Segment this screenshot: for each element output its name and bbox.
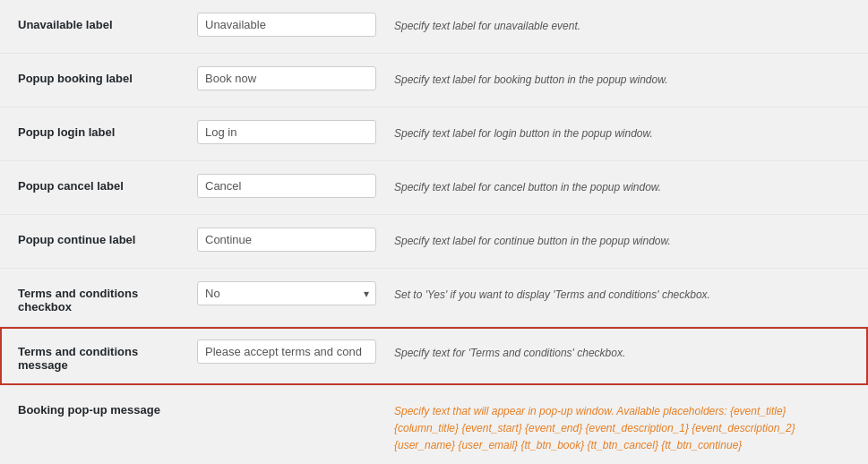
popup-cancel-label-label: Popup cancel label	[18, 174, 197, 193]
settings-rows: Unavailable labelSpecify text label for …	[0, 0, 868, 385]
popup-booking-label-row: Popup booking labelSpecify text label fo…	[0, 54, 868, 107]
settings-panel: Unavailable labelSpecify text label for …	[0, 0, 868, 464]
terms-checkbox-row: Terms and conditions checkboxNoYes▾Set t…	[0, 269, 868, 327]
terms-message-label: Terms and conditions message	[18, 339, 197, 372]
popup-cancel-label-description: Specify text label for cancel button in …	[394, 174, 850, 195]
popup-continue-label-description: Specify text label for continue button i…	[394, 228, 850, 249]
unavailable-label-input[interactable]	[197, 13, 376, 37]
popup-booking-label-label: Popup booking label	[18, 66, 197, 85]
booking-popup-label: Booking pop-up message	[18, 398, 197, 417]
popup-login-label-input[interactable]	[197, 120, 376, 144]
booking-popup-row: Booking pop-up message Specify text that…	[0, 385, 868, 464]
popup-continue-label-input-col	[197, 228, 394, 252]
popup-cancel-label-input-col	[197, 174, 394, 198]
terms-checkbox-input-col: NoYes▾	[197, 281, 394, 305]
popup-login-label-description: Specify text label for login button in t…	[394, 120, 850, 142]
popup-login-label-row: Popup login labelSpecify text label for …	[0, 107, 868, 161]
booking-popup-description: Specify text that will appear in pop-up …	[394, 398, 850, 455]
terms-checkbox-label: Terms and conditions checkbox	[18, 281, 197, 314]
unavailable-label-label: Unavailable label	[18, 13, 197, 31]
terms-checkbox-select[interactable]: NoYes	[197, 281, 376, 305]
popup-continue-label-row: Popup continue labelSpecify text label f…	[0, 215, 868, 269]
popup-booking-label-input-col	[197, 66, 394, 90]
unavailable-label-row: Unavailable labelSpecify text label for …	[0, 0, 868, 54]
popup-continue-label-label: Popup continue label	[18, 228, 197, 246]
popup-booking-label-input[interactable]	[197, 66, 376, 90]
popup-cancel-label-input[interactable]	[197, 174, 376, 198]
unavailable-label-input-col	[197, 13, 394, 37]
terms-message-description: Specify text for 'Terms and conditions' …	[394, 339, 850, 361]
popup-login-label-label: Popup login label	[18, 120, 197, 139]
popup-cancel-label-row: Popup cancel labelSpecify text label for…	[0, 161, 868, 215]
popup-login-label-input-col	[197, 120, 394, 144]
popup-booking-label-description: Specify text label for booking button in…	[394, 66, 850, 88]
unavailable-label-description: Specify text label for unavailable event…	[394, 13, 850, 34]
terms-message-input-col	[197, 339, 394, 364]
terms-message-input[interactable]	[197, 339, 376, 364]
terms-checkbox-select-wrapper: NoYes▾	[197, 281, 376, 305]
popup-continue-label-input[interactable]	[197, 228, 376, 252]
terms-checkbox-description: Set to 'Yes' if you want to display 'Ter…	[394, 281, 850, 303]
terms-message-row: Terms and conditions messageSpecify text…	[0, 327, 868, 385]
